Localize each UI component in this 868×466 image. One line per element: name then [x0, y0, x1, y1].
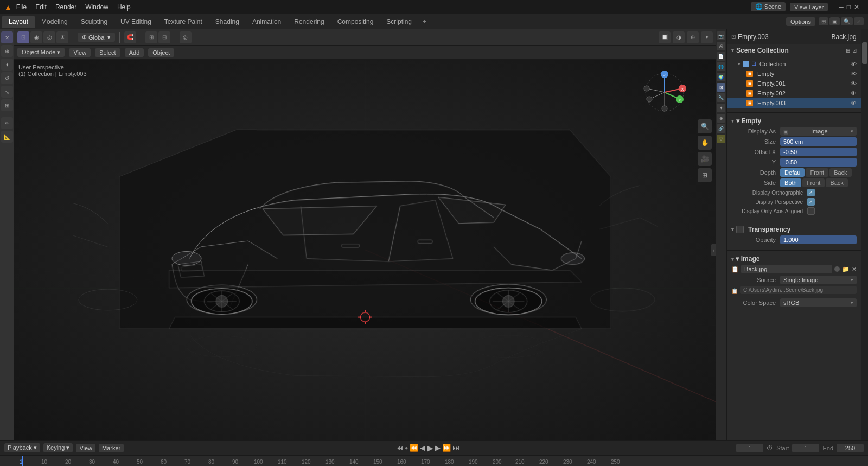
tab-compositing[interactable]: Compositing — [331, 16, 380, 28]
object-data-properties-icon[interactable]: ▽ — [717, 135, 725, 143]
render-properties-icon[interactable]: 📷 — [717, 31, 725, 40]
scene-selector[interactable]: 🌐 Scene — [751, 2, 786, 11]
object-properties-icon[interactable]: ⊡ — [717, 83, 725, 92]
viewport-icon-2[interactable]: ▣ — [829, 17, 840, 25]
collection-eye-icon[interactable]: 👁 — [851, 61, 857, 67]
depth-default-btn[interactable]: Defau — [780, 168, 805, 177]
viewport-shading-solid[interactable]: ◉ — [30, 31, 42, 43]
current-frame-input[interactable]: 1 — [736, 444, 763, 452]
menu-window[interactable]: Window — [85, 3, 108, 11]
object-mode-dropdown[interactable]: Object Mode ▾ — [17, 48, 65, 57]
global-transform-btn[interactable]: ⊕ Global ▾ — [78, 33, 115, 42]
vp-overlay-options[interactable]: ⊕ — [687, 31, 699, 43]
side-both-btn[interactable]: Both — [780, 178, 801, 187]
viewport-gizmo[interactable]: Z Y X — [640, 68, 689, 117]
tool-move[interactable]: ✦ — [1, 59, 13, 71]
next-keyframe-btn[interactable]: ⏩ — [442, 444, 451, 452]
start-frame-input[interactable]: 1 — [792, 444, 819, 452]
proportional-edit-btn[interactable]: ◎ — [180, 31, 192, 43]
prev-keyframe-btn[interactable]: ⏪ — [410, 444, 418, 452]
menu-render[interactable]: Render — [55, 3, 76, 11]
empty-item[interactable]: ▣ Empty 👁 — [727, 69, 861, 79]
tool-transform[interactable]: ⊞ — [1, 99, 13, 111]
empty001-eye-icon[interactable]: 👁 — [851, 80, 857, 87]
3d-viewport[interactable]: User Perspective (1) Collection | Empty.… — [14, 60, 716, 440]
add-menu[interactable]: Add — [125, 48, 144, 57]
view-layer-selector[interactable]: View Layer — [790, 3, 828, 11]
playback-btn[interactable]: Playback ▾ — [4, 443, 40, 452]
filter-collection-btn[interactable]: ⊿ — [852, 48, 857, 54]
collection-visible-checkbox[interactable] — [743, 61, 749, 67]
tab-uv-editing[interactable]: UV Editing — [114, 16, 158, 28]
tab-shading[interactable]: Shading — [209, 16, 246, 28]
scene-properties-icon[interactable]: 🌐 — [717, 62, 725, 71]
zoom-camera-icon[interactable]: 🔍 — [698, 119, 712, 133]
rp-image-label[interactable]: Back.jpg — [832, 33, 857, 41]
menu-edit[interactable]: Edit — [35, 3, 47, 11]
scene-collection-expand[interactable]: ▾ — [731, 48, 734, 53]
modifier-properties-icon[interactable]: 🔧 — [717, 93, 725, 102]
source-dropdown[interactable]: Single Image ▾ — [780, 276, 857, 284]
timeline-ruler[interactable]: 1 10 20 30 40 50 60 70 80 90 100 110 120… — [0, 455, 868, 466]
tab-sculpting[interactable]: Sculpting — [74, 16, 114, 28]
snap-toggle[interactable]: 🧲 — [124, 31, 136, 43]
marker-btn[interactable]: Marker — [99, 444, 124, 452]
viewport-shading-material[interactable]: ◎ — [43, 31, 55, 43]
viewport-shading-render[interactable]: ☀ — [56, 31, 68, 43]
view-menu[interactable]: View — [69, 48, 91, 57]
tab-scripting[interactable]: Scripting — [380, 16, 418, 28]
offset-x-input[interactable]: -0.50 — [780, 148, 857, 156]
particles-properties-icon[interactable]: ✦ — [717, 104, 725, 112]
tool-select-box[interactable]: ✕ — [1, 31, 13, 43]
display-axis-checkbox[interactable] — [807, 207, 815, 215]
tab-modeling[interactable]: Modeling — [35, 16, 74, 28]
pan-icon[interactable]: ✋ — [698, 136, 712, 150]
keying-btn[interactable]: Keying ▾ — [43, 443, 73, 452]
xray-toggle[interactable]: ⊟ — [158, 31, 170, 43]
object-menu[interactable]: Object — [148, 48, 174, 57]
file-path-display[interactable]: C:\Users\Aydin\...Scene\Back.jpg — [740, 286, 857, 294]
menu-help[interactable]: Help — [117, 3, 131, 11]
jump-to-end-icon[interactable]: ⏭ — [452, 444, 459, 452]
opacity-input[interactable]: 1.000 — [780, 235, 857, 244]
display-persp-checkbox[interactable]: ✓ — [807, 198, 815, 206]
output-properties-icon[interactable]: 🖨 — [717, 42, 725, 50]
tool-annotate[interactable]: ✏ — [1, 117, 13, 129]
transparency-toggle[interactable] — [736, 226, 744, 233]
camera-view-icon[interactable]: 🎥 — [698, 152, 712, 166]
tool-rotate[interactable]: ↺ — [1, 72, 13, 84]
empty-eye-icon[interactable]: 👁 — [851, 71, 857, 77]
tab-texture-paint[interactable]: Texture Paint — [158, 16, 209, 28]
display-ortho-checkbox[interactable]: ✓ — [807, 189, 815, 196]
jump-to-start-icon[interactable]: ⏮ — [396, 444, 403, 452]
display-as-dropdown[interactable]: ▣ Image ▾ — [780, 127, 857, 136]
vp-shading-options[interactable]: ◑ — [673, 31, 685, 43]
vp-render-preview[interactable]: 🔲 — [659, 31, 671, 43]
image-close-icon[interactable]: ✕ — [852, 266, 857, 273]
depth-back-btn[interactable]: Back — [829, 168, 851, 177]
show-overlays-btn[interactable]: ⊞ — [145, 31, 157, 43]
tool-cursor[interactable]: ⊕ — [1, 45, 13, 57]
constraints-properties-icon[interactable]: 🔗 — [717, 124, 725, 133]
right-panel-scrollbar[interactable] — [862, 42, 867, 64]
end-frame-input[interactable]: 250 — [837, 444, 864, 452]
image-section-header[interactable]: ▾ ▾ Image — [731, 255, 857, 263]
tool-measure[interactable]: 📐 — [1, 131, 13, 143]
new-collection-btn[interactable]: ⊞ — [846, 48, 850, 54]
options-btn[interactable]: Options — [786, 17, 815, 26]
collapse-panel-btn[interactable]: › — [711, 244, 716, 256]
empty-section-header[interactable]: ▾ ▾ Empty — [731, 117, 857, 125]
prev-frame-btn[interactable]: ◀ — [420, 444, 425, 452]
empty-001-item[interactable]: ▣ Empty.001 👁 — [727, 79, 861, 88]
minimize-btn[interactable]: ─ — [839, 3, 844, 11]
orthographic-toggle-icon[interactable]: ⊞ — [698, 168, 712, 182]
empty-003-item[interactable]: ▣ Empty.003 👁 — [727, 98, 861, 108]
tool-scale[interactable]: ⤡ — [1, 86, 13, 98]
tab-rendering[interactable]: Rendering — [288, 16, 330, 28]
side-back-btn[interactable]: Back — [826, 178, 847, 187]
play-btn[interactable]: ▶ — [427, 443, 433, 453]
image-name-field[interactable]: Back.jpg — [741, 265, 832, 273]
world-properties-icon[interactable]: 🌍 — [717, 73, 725, 81]
next-frame-btn[interactable]: ▶ — [435, 444, 441, 452]
search-icon[interactable]: 🔍 — [841, 17, 853, 25]
